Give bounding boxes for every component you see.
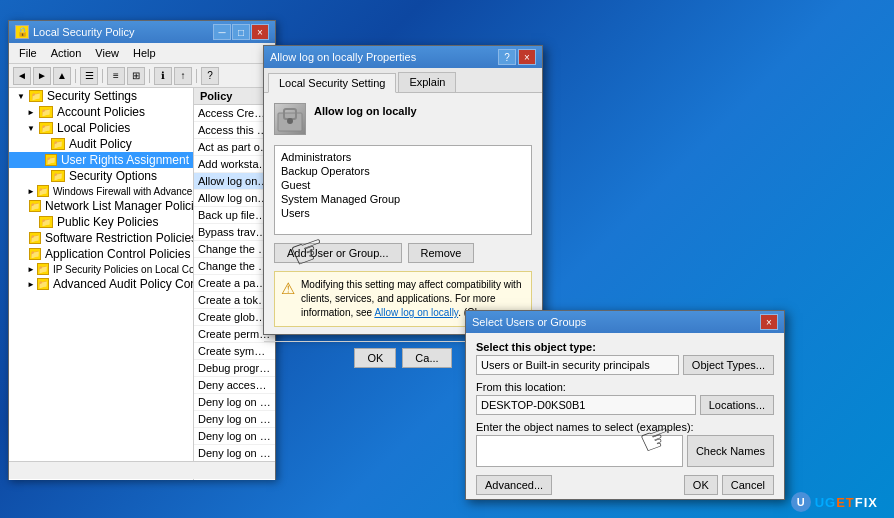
dialog-close-btn[interactable]: × [518, 49, 536, 65]
toolbar-help[interactable]: ? [201, 67, 219, 85]
tree-public-key[interactable]: 📁 Public Key Policies [9, 214, 193, 230]
dialog-help-btn[interactable]: ? [498, 49, 516, 65]
policy-item[interactable]: Deny log on loc... [194, 428, 275, 445]
main-window-title: Local Security Policy [33, 26, 135, 38]
close-btn[interactable]: × [251, 24, 269, 40]
policy-item[interactable]: Create symbolic... [194, 343, 275, 360]
member-backup-operators[interactable]: Backup Operators [279, 164, 527, 178]
ok-btn[interactable]: OK [354, 348, 396, 368]
cancel-btn[interactable]: Ca... [402, 348, 451, 368]
watermark-et: ET [836, 495, 855, 510]
tree-app-control[interactable]: 📁 Application Control Policies [9, 246, 193, 262]
menubar: File Action View Help [9, 43, 275, 64]
dialog-header-row: Allow log on locally [274, 103, 532, 135]
add-user-group-btn[interactable]: Add User or Group... [274, 243, 402, 263]
su-location-input[interactable] [476, 395, 696, 415]
su-object-type-label: Select this object type: [476, 341, 774, 353]
policy-item[interactable]: Deny access to t... [194, 377, 275, 394]
maximize-btn[interactable]: □ [232, 24, 250, 40]
member-system-managed[interactable]: System Managed Group [279, 192, 527, 206]
toolbar-properties[interactable]: ℹ [154, 67, 172, 85]
tree-label: Advanced Audit Policy Configuration [53, 277, 194, 291]
left-tree: ▼ 📁 Security Settings ► 📁 Account Polici… [9, 88, 194, 480]
svg-point-2 [287, 118, 293, 124]
su-cancel-btn[interactable]: Cancel [722, 475, 774, 495]
su-check-names-btn[interactable]: Check Names [687, 435, 774, 467]
folder-icon: 📁 [29, 200, 41, 212]
tree-software-restriction[interactable]: 📁 Software Restriction Policies [9, 230, 193, 246]
dialog-su-title: Select Users or Groups [472, 316, 586, 328]
dialog-properties-title: Allow log on locally Properties [270, 51, 416, 63]
dialog-properties-titlebar: Allow log on locally Properties ? × [264, 46, 542, 68]
menu-file[interactable]: File [13, 45, 43, 61]
dialog-properties: Allow log on locally Properties ? × Loca… [263, 45, 543, 335]
tree-firewall[interactable]: ► 📁 Windows Firewall with Advanced Secu [9, 184, 193, 198]
tab-explain[interactable]: Explain [398, 72, 456, 92]
tree-label: Software Restriction Policies [45, 231, 194, 245]
tree-label: IP Security Policies on Local Compute [53, 264, 194, 275]
tree-label: User Rights Assignment [61, 153, 189, 167]
su-ok-btn[interactable]: OK [684, 475, 718, 495]
dialog-select-users: Select Users or Groups × Select this obj… [465, 310, 785, 500]
folder-icon: 📁 [29, 248, 41, 260]
tab-local-security[interactable]: Local Security Setting [268, 73, 396, 93]
su-locations-btn[interactable]: Locations... [700, 395, 774, 415]
folder-icon: 📁 [39, 106, 53, 118]
arrow-icon: ► [27, 280, 35, 289]
tree-audit-policy[interactable]: 📁 Audit Policy [9, 136, 193, 152]
dialog-tabs: Local Security Setting Explain [264, 68, 542, 93]
su-enter-names-label: Enter the object names to select (exampl… [476, 421, 774, 433]
main-window: 🔒 Local Security Policy ─ □ × File Actio… [8, 20, 276, 480]
watermark-fix: FIX [855, 495, 878, 510]
toolbar-back[interactable]: ◄ [13, 67, 31, 85]
policy-item[interactable]: Deny log on thr... [194, 445, 275, 462]
tree-local-policies[interactable]: ▼ 📁 Local Policies [9, 120, 193, 136]
toolbar-sep2 [102, 69, 103, 83]
members-list: Administrators Backup Operators Guest Sy… [274, 145, 532, 235]
policy-name: Allow log on locally [314, 103, 417, 117]
remove-btn[interactable]: Remove [408, 243, 475, 263]
arrow-icon: ▼ [17, 92, 27, 101]
tree-label: Local Policies [57, 121, 130, 135]
tree-security-options[interactable]: 📁 Security Options [9, 168, 193, 184]
policy-item[interactable]: Deny log on as a... [194, 394, 275, 411]
tree-security-settings[interactable]: ▼ 📁 Security Settings [9, 88, 193, 104]
tree-account-policies[interactable]: ► 📁 Account Policies [9, 104, 193, 120]
member-administrators[interactable]: Administrators [279, 150, 527, 164]
su-object-type-row: Object Types... [476, 355, 774, 375]
toolbar-up[interactable]: ▲ [53, 67, 71, 85]
su-names-textarea[interactable] [476, 435, 683, 467]
toolbar-sep3 [149, 69, 150, 83]
toolbar-show-hide[interactable]: ☰ [80, 67, 98, 85]
dialog-su-close-btn[interactable]: × [760, 314, 778, 330]
tree-label: Public Key Policies [57, 215, 158, 229]
member-guest[interactable]: Guest [279, 178, 527, 192]
tree-advanced-audit[interactable]: ► 📁 Advanced Audit Policy Configuration [9, 276, 193, 292]
dialog-body: Allow log on locally Administrators Back… [264, 93, 542, 337]
tree-ip-security[interactable]: ► 📁 IP Security Policies on Local Comput… [9, 262, 193, 276]
folder-icon: 📁 [37, 278, 49, 290]
toolbar-list[interactable]: ≡ [107, 67, 125, 85]
menu-help[interactable]: Help [127, 45, 162, 61]
toolbar-export[interactable]: ↑ [174, 67, 192, 85]
main-window-icon: 🔒 [15, 25, 29, 39]
tree-network-list[interactable]: 📁 Network List Manager Policies [9, 198, 193, 214]
su-object-type-input[interactable] [476, 355, 679, 375]
tree-user-rights[interactable]: 📁 User Rights Assignment [9, 152, 193, 168]
minimize-btn[interactable]: ─ [213, 24, 231, 40]
policy-item[interactable]: Deny log on as... [194, 411, 275, 428]
su-advanced-btn[interactable]: Advanced... [476, 475, 552, 495]
tree-label: Security Settings [47, 89, 137, 103]
policy-item[interactable]: Debug programs... [194, 360, 275, 377]
toolbar-sep1 [75, 69, 76, 83]
su-object-types-btn[interactable]: Object Types... [683, 355, 774, 375]
menu-view[interactable]: View [89, 45, 125, 61]
toolbar-forward[interactable]: ► [33, 67, 51, 85]
member-users[interactable]: Users [279, 206, 527, 220]
toolbar: ◄ ► ▲ ☰ ≡ ⊞ ℹ ↑ ? [9, 64, 275, 88]
arrow-icon: ► [27, 187, 35, 196]
menu-action[interactable]: Action [45, 45, 88, 61]
arrow-icon: ► [27, 108, 37, 117]
toolbar-detail[interactable]: ⊞ [127, 67, 145, 85]
warning-link[interactable]: Allow log on locally [374, 307, 458, 318]
